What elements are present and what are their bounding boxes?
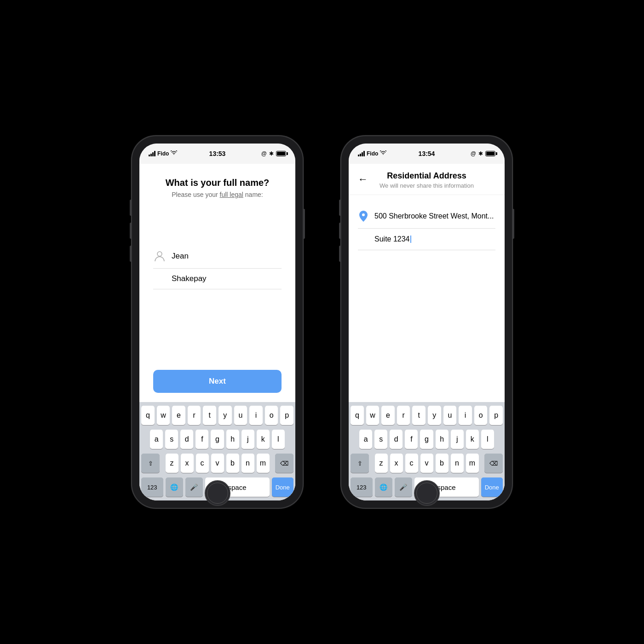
key2-x[interactable]: x [390, 454, 403, 473]
home-button-1[interactable] [205, 480, 230, 506]
text-cursor [410, 236, 411, 243]
key2-shift[interactable]: ⇧ [351, 454, 369, 473]
key2-e[interactable]: e [381, 406, 395, 425]
key-v[interactable]: v [211, 454, 224, 473]
key2-g[interactable]: g [420, 430, 433, 449]
key2-z[interactable]: z [375, 454, 388, 473]
phone-1: Fido 13:53 @ ✱ [131, 135, 304, 509]
key-shift[interactable]: ⇧ [141, 454, 160, 473]
wifi-icon-2 [380, 150, 386, 157]
key2-n[interactable]: n [451, 454, 464, 473]
key-s[interactable]: s [165, 430, 178, 449]
key2-r[interactable]: r [397, 406, 410, 425]
key-a[interactable]: a [150, 430, 163, 449]
key-k[interactable]: k [257, 430, 270, 449]
street-address-field[interactable]: 500 Sherbrooke Street West, Mont... [358, 204, 495, 229]
key-b[interactable]: b [226, 454, 239, 473]
key2-q[interactable]: q [351, 406, 364, 425]
key2-a[interactable]: a [359, 430, 372, 449]
key-i[interactable]: i [249, 406, 263, 425]
key2-mic[interactable]: 🎤 [395, 477, 412, 497]
next-button[interactable]: Next [153, 370, 282, 393]
time-1: 13:53 [209, 150, 226, 157]
back-button[interactable]: ← [358, 173, 368, 185]
battery-2 [485, 151, 495, 156]
key2-numbers[interactable]: 123 [351, 477, 373, 497]
key-o[interactable]: o [265, 406, 278, 425]
phone-2-screen: Fido 13:54 @ ✱ [349, 144, 505, 500]
key2-v[interactable]: v [420, 454, 433, 473]
key-u[interactable]: u [234, 406, 247, 425]
fullname-header: What is your full name? Please use your … [139, 164, 295, 207]
battery-fill-1 [277, 152, 285, 155]
key2-j[interactable]: j [451, 430, 464, 449]
key2-p[interactable]: p [489, 406, 503, 425]
key-n[interactable]: n [242, 454, 254, 473]
status-right-1: @ ✱ [261, 150, 286, 157]
home-button-2[interactable] [414, 480, 440, 506]
key-r[interactable]: r [188, 406, 201, 425]
kb-row-2-1: q w e r t y u i o p [351, 406, 503, 425]
key2-u[interactable]: u [443, 406, 457, 425]
key-c[interactable]: c [196, 454, 209, 473]
key2-l[interactable]: l [481, 430, 494, 449]
at-icon-1: @ [261, 150, 267, 157]
home-button-inner-2 [416, 483, 437, 504]
address-fields: 500 Sherbrooke Street West, Mont... Suit… [349, 195, 505, 308]
key2-w[interactable]: w [366, 406, 380, 425]
key-f[interactable]: f [196, 430, 208, 449]
key-mic[interactable]: 🎤 [185, 477, 203, 497]
key2-globe[interactable]: 🌐 [375, 477, 392, 497]
key-done[interactable]: Done [272, 477, 294, 497]
key-p[interactable]: p [280, 406, 293, 425]
kb-row-2-3: ⇧ z x c v b n m ⌫ [351, 454, 503, 473]
key2-t[interactable]: t [412, 406, 426, 425]
status-left-1: Fido [149, 150, 177, 157]
key-numbers[interactable]: 123 [141, 477, 163, 497]
address-screen: ← Residential Address We will never shar… [349, 164, 505, 500]
kb-row-1: q w e r t y u i o p [141, 406, 293, 425]
key2-done[interactable]: Done [481, 477, 503, 497]
key2-c[interactable]: c [405, 454, 418, 473]
key-l[interactable]: l [272, 430, 285, 449]
status-left-2: Fido [358, 150, 386, 157]
key2-h[interactable]: h [436, 430, 448, 449]
key2-b[interactable]: b [436, 454, 448, 473]
suite-field[interactable]: Suite 1234 [358, 229, 495, 250]
key-t[interactable]: t [203, 406, 216, 425]
key-j[interactable]: j [242, 430, 254, 449]
key2-y[interactable]: y [428, 406, 441, 425]
first-name-field[interactable]: Jean [153, 244, 282, 269]
key-h[interactable]: h [226, 430, 239, 449]
key-g[interactable]: g [211, 430, 224, 449]
suite-value: Suite 1234 [374, 235, 410, 243]
key-w[interactable]: w [157, 406, 170, 425]
key-d[interactable]: d [180, 430, 193, 449]
key-z[interactable]: z [166, 454, 178, 473]
name-fields: Jean Shakepay [139, 207, 295, 361]
fullname-screen: What is your full name? Please use your … [139, 164, 295, 500]
key-e[interactable]: e [172, 406, 185, 425]
battery-1 [276, 151, 286, 156]
phone-1-screen: Fido 13:53 @ ✱ [139, 144, 295, 500]
signal-bars-2 [358, 151, 365, 156]
key2-o[interactable]: o [474, 406, 488, 425]
key-x[interactable]: x [181, 454, 194, 473]
key2-k[interactable]: k [466, 430, 479, 449]
last-name-field[interactable]: Shakepay [153, 269, 282, 289]
key-y[interactable]: y [218, 406, 232, 425]
kb-row-2: a s d f g h j k l [141, 430, 293, 449]
svg-point-0 [157, 252, 162, 256]
carrier-1: Fido [157, 150, 169, 157]
key2-d[interactable]: d [390, 430, 402, 449]
key2-s[interactable]: s [374, 430, 387, 449]
key2-i[interactable]: i [459, 406, 472, 425]
key2-f[interactable]: f [405, 430, 418, 449]
key-q[interactable]: q [141, 406, 155, 425]
key2-backspace[interactable]: ⌫ [484, 454, 503, 473]
key-globe[interactable]: 🌐 [166, 477, 183, 497]
street-address-value: 500 Sherbrooke Street West, Mont... [374, 212, 494, 220]
key2-m[interactable]: m [466, 454, 479, 473]
key-m[interactable]: m [257, 454, 270, 473]
key-backspace[interactable]: ⌫ [275, 454, 293, 473]
